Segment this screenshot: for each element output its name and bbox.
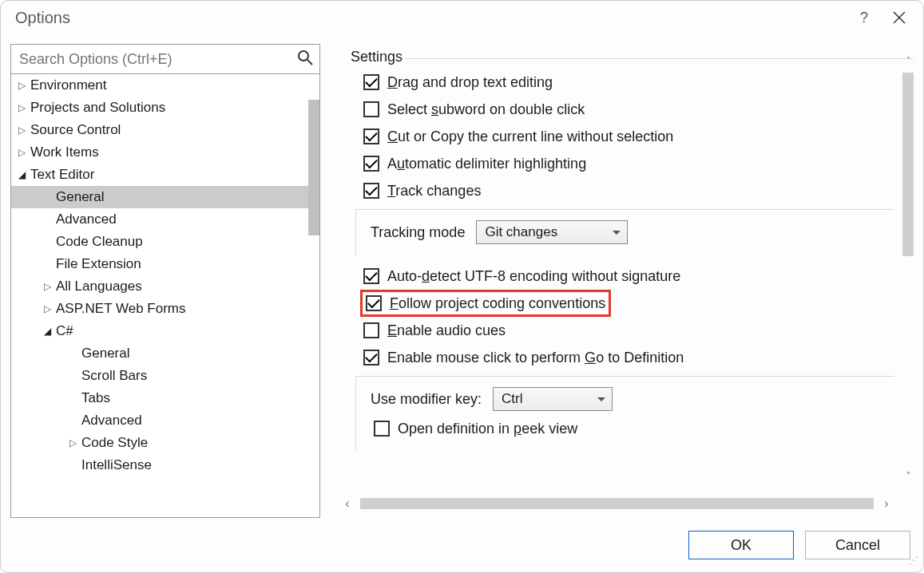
tracking-mode-label: Tracking mode — [371, 224, 465, 241]
tree-item-label: Projects and Solutions — [30, 100, 165, 116]
modifier-key-label: Use modifier key: — [371, 391, 482, 408]
tree-item[interactable]: ▷ASP.NET Web Forms — [11, 298, 319, 320]
chevron-down-icon[interactable]: ◢ — [42, 326, 53, 337]
tree-item-label: File Extension — [56, 256, 141, 272]
tree-item[interactable]: General — [11, 186, 319, 208]
checkbox-icon[interactable] — [363, 322, 379, 338]
tree-item[interactable]: ▷Environment — [11, 74, 319, 97]
tracking-mode-combo[interactable]: Git changes — [476, 220, 628, 244]
cancel-button[interactable]: Cancel — [805, 531, 910, 559]
settings-group-title: Settings — [351, 49, 894, 65]
tree-item[interactable]: ▷Projects and Solutions — [11, 97, 319, 119]
hscroll-thumb[interactable] — [360, 498, 874, 509]
options-tree[interactable]: ▷Environment▷Projects and Solutions▷Sour… — [10, 74, 320, 518]
checkbox-icon[interactable] — [363, 128, 379, 144]
checkbox-icon[interactable] — [366, 295, 382, 311]
chevron-right-icon[interactable]: ▷ — [67, 437, 78, 449]
chevron-right-icon[interactable]: ▷ — [16, 124, 27, 136]
tree-item[interactable]: Scroll Bars — [11, 365, 319, 387]
chevron-down-icon[interactable]: ◢ — [16, 169, 27, 180]
tree-scrollbar[interactable] — [308, 100, 319, 235]
hscroll-left-icon[interactable]: ‹ — [339, 496, 355, 511]
hscroll[interactable]: ‹ › — [339, 496, 894, 512]
tree-item-label: IntelliSense — [81, 457, 152, 473]
vscroll-down-icon[interactable]: ˅ — [902, 470, 914, 483]
tree-item-label: C# — [56, 323, 73, 339]
tree-item-label: General — [56, 189, 104, 205]
tree-item-label: Advanced — [56, 211, 117, 227]
checkbox-icon[interactable] — [363, 350, 379, 366]
tree-item-label: ASP.NET Web Forms — [56, 301, 186, 317]
svg-line-3 — [307, 60, 312, 65]
goto-def-block: Use modifier key: Ctrl Open definition i… — [355, 376, 894, 450]
chevron-right-icon[interactable]: ▷ — [16, 147, 27, 158]
tree-item-label: All Languages — [56, 279, 142, 294]
vscroll-thumb[interactable] — [902, 73, 914, 256]
tree-item[interactable]: ▷Code Style — [11, 432, 319, 454]
tree-item[interactable]: Advanced — [11, 208, 319, 231]
svg-point-2 — [299, 51, 308, 61]
checkbox-icon[interactable] — [363, 156, 379, 172]
tree-item[interactable]: ▷All Languages — [11, 275, 319, 298]
help-button[interactable]: ? — [847, 2, 882, 34]
resize-grip-icon[interactable]: ⋰ — [909, 558, 920, 569]
tree-item[interactable]: Advanced — [11, 409, 319, 432]
vscroll-up-icon[interactable]: ˄ — [902, 55, 914, 68]
search-box[interactable] — [10, 44, 320, 74]
checkbox-icon[interactable] — [363, 74, 379, 90]
chevron-right-icon[interactable]: ▷ — [42, 303, 53, 314]
opt-subword[interactable]: Select subword on double click — [349, 96, 894, 123]
checkbox-icon[interactable] — [363, 268, 379, 284]
tree-item[interactable]: Code Cleanup — [11, 231, 319, 253]
tree-item-label: Environment — [30, 77, 106, 93]
search-icon — [297, 49, 313, 69]
modifier-key-combo[interactable]: Ctrl — [493, 387, 613, 411]
tree-item-label: Work Items — [30, 144, 99, 160]
tree-item[interactable]: ▷Work Items — [11, 141, 319, 164]
hscroll-right-icon[interactable]: › — [878, 496, 894, 511]
tree-item-label: Source Control — [30, 122, 121, 138]
opt-track-changes[interactable]: Track changes — [349, 177, 894, 204]
tree-item-label: Code Cleanup — [56, 234, 143, 250]
window-title: Options — [15, 9, 70, 27]
tree-item-label: Advanced — [81, 413, 142, 429]
opt-follow-conventions[interactable]: Follow project coding conventions — [390, 295, 605, 312]
tree-item-label: General — [81, 346, 129, 362]
tree-item[interactable]: File Extension — [11, 253, 319, 275]
chevron-right-icon[interactable]: ▷ — [16, 80, 27, 91]
tracking-mode-block: Tracking mode Git changes — [355, 209, 894, 256]
opt-follow-conventions-highlight: Follow project coding conventions — [360, 290, 611, 317]
opt-auto-delim[interactable]: Automatic delimiter highlighting — [349, 150, 894, 177]
close-icon — [893, 11, 906, 24]
chevron-right-icon[interactable]: ▷ — [16, 102, 27, 113]
checkbox-icon[interactable] — [363, 101, 379, 117]
tree-item-label: Code Style — [81, 435, 148, 451]
tree-item-label: Scroll Bars — [81, 368, 147, 384]
opt-goto-definition[interactable]: Enable mouse click to perform Go to Defi… — [349, 344, 894, 371]
ok-button[interactable]: OK — [688, 531, 794, 559]
tree-item-label: Tabs — [81, 390, 110, 406]
opt-peek-view[interactable]: Open definition in peek view — [371, 415, 894, 442]
close-button[interactable] — [882, 2, 917, 34]
opt-cut-copy[interactable]: Cut or Copy the current line without sel… — [349, 123, 894, 150]
tree-item[interactable]: IntelliSense — [11, 454, 319, 476]
search-input[interactable] — [18, 50, 297, 69]
tree-item[interactable]: ▷Source Control — [11, 119, 319, 141]
tree-item[interactable]: Tabs — [11, 387, 319, 409]
opt-auto-detect[interactable]: Auto-detect UTF-8 encoding without signa… — [349, 263, 894, 290]
tree-item[interactable]: ◢C# — [11, 320, 319, 342]
tree-item[interactable]: General — [11, 342, 319, 365]
chevron-right-icon[interactable]: ▷ — [42, 281, 53, 292]
tree-item-label: Text Editor — [30, 167, 94, 183]
checkbox-icon[interactable] — [363, 183, 379, 199]
opt-audio-cues[interactable]: Enable audio cues — [349, 317, 894, 344]
tree-item[interactable]: ◢Text Editor — [11, 164, 319, 186]
opt-drag-drop[interactable]: Drag and drop text editing — [349, 69, 894, 96]
checkbox-icon[interactable] — [374, 421, 390, 437]
